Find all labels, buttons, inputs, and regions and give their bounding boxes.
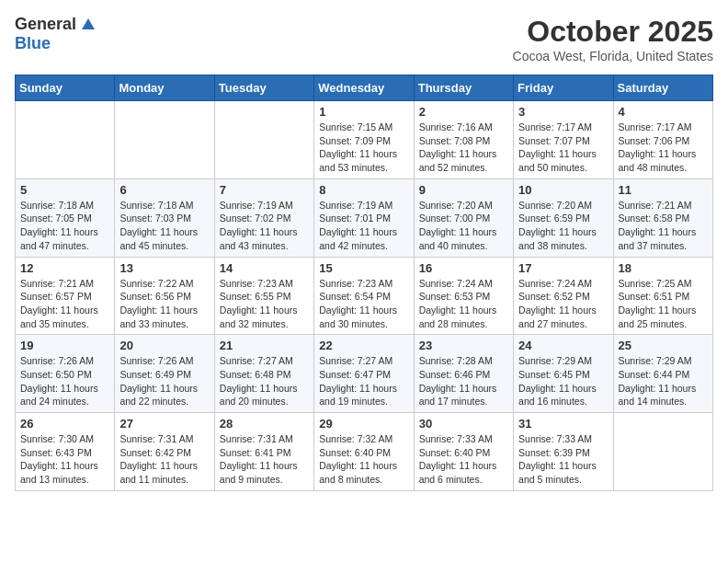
calendar-cell <box>613 413 712 491</box>
day-info: Sunrise: 7:23 AMSunset: 6:55 PMDaylight:… <box>220 277 309 331</box>
calendar-cell: 27Sunrise: 7:31 AMSunset: 6:42 PMDayligh… <box>115 413 214 491</box>
calendar-cell: 9Sunrise: 7:20 AMSunset: 7:00 PMDaylight… <box>414 178 513 257</box>
calendar-cell: 11Sunrise: 7:21 AMSunset: 6:58 PMDayligh… <box>613 178 712 257</box>
day-info: Sunrise: 7:31 AMSunset: 6:42 PMDaylight:… <box>119 432 209 487</box>
calendar-cell: 7Sunrise: 7:19 AMSunset: 7:02 PMDaylight… <box>214 178 313 257</box>
weekday-header-tuesday: Tuesday <box>214 75 313 101</box>
calendar-cell: 14Sunrise: 7:23 AMSunset: 6:55 PMDayligh… <box>214 257 313 335</box>
weekday-header-saturday: Saturday <box>613 75 712 101</box>
page-header: General Blue October 2025 Cocoa West, Fl… <box>15 15 713 63</box>
calendar-cell: 30Sunrise: 7:33 AMSunset: 6:40 PMDayligh… <box>414 413 513 491</box>
calendar-cell <box>115 101 214 179</box>
day-number: 12 <box>20 261 109 275</box>
day-info: Sunrise: 7:17 AMSunset: 7:06 PMDaylight:… <box>619 121 708 175</box>
calendar-cell <box>214 101 313 179</box>
logo: General Blue <box>15 15 97 53</box>
day-info: Sunrise: 7:23 AMSunset: 6:54 PMDaylight:… <box>319 277 408 331</box>
day-info: Sunrise: 7:29 AMSunset: 6:44 PMDaylight:… <box>619 354 708 408</box>
day-info: Sunrise: 7:33 AMSunset: 6:40 PMDaylight:… <box>419 432 508 487</box>
title-block: October 2025 Cocoa West, Florida, United… <box>513 15 713 63</box>
calendar-cell: 15Sunrise: 7:23 AMSunset: 6:54 PMDayligh… <box>314 257 414 335</box>
day-info: Sunrise: 7:20 AMSunset: 7:00 PMDaylight:… <box>419 199 508 253</box>
day-number: 15 <box>319 261 408 275</box>
calendar-cell: 1Sunrise: 7:15 AMSunset: 7:09 PMDaylight… <box>314 101 414 179</box>
month-title: October 2025 <box>513 15 713 49</box>
day-number: 18 <box>619 261 708 275</box>
day-number: 27 <box>119 417 209 431</box>
calendar-week-row: 1Sunrise: 7:15 AMSunset: 7:09 PMDaylight… <box>16 101 713 179</box>
day-number: 10 <box>518 183 608 197</box>
day-info: Sunrise: 7:21 AMSunset: 6:57 PMDaylight:… <box>20 277 109 331</box>
day-info: Sunrise: 7:21 AMSunset: 6:58 PMDaylight:… <box>619 199 708 253</box>
day-number: 28 <box>220 417 309 431</box>
calendar-cell: 12Sunrise: 7:21 AMSunset: 6:57 PMDayligh… <box>16 257 115 335</box>
logo-blue-text: Blue <box>15 34 51 52</box>
day-info: Sunrise: 7:30 AMSunset: 6:43 PMDaylight:… <box>20 432 109 487</box>
day-number: 26 <box>20 417 109 431</box>
day-info: Sunrise: 7:31 AMSunset: 6:41 PMDaylight:… <box>220 432 309 487</box>
day-number: 21 <box>220 339 309 352</box>
calendar-cell: 28Sunrise: 7:31 AMSunset: 6:41 PMDayligh… <box>214 413 313 491</box>
day-number: 2 <box>419 105 508 119</box>
day-number: 24 <box>518 339 608 352</box>
day-info: Sunrise: 7:26 AMSunset: 6:49 PMDaylight:… <box>119 354 209 408</box>
calendar-cell: 13Sunrise: 7:22 AMSunset: 6:56 PMDayligh… <box>115 257 214 335</box>
day-info: Sunrise: 7:24 AMSunset: 6:52 PMDaylight:… <box>518 277 608 331</box>
day-number: 23 <box>419 339 508 352</box>
calendar-cell: 23Sunrise: 7:28 AMSunset: 6:46 PMDayligh… <box>414 335 513 413</box>
location: Cocoa West, Florida, United States <box>513 49 713 63</box>
calendar-week-row: 5Sunrise: 7:18 AMSunset: 7:05 PMDaylight… <box>16 178 713 257</box>
day-number: 8 <box>319 183 408 197</box>
day-info: Sunrise: 7:18 AMSunset: 7:03 PMDaylight:… <box>119 199 209 253</box>
calendar-cell: 5Sunrise: 7:18 AMSunset: 7:05 PMDaylight… <box>16 178 115 257</box>
calendar-table: SundayMondayTuesdayWednesdayThursdayFrid… <box>15 75 713 491</box>
calendar-cell: 3Sunrise: 7:17 AMSunset: 7:07 PMDaylight… <box>514 101 613 179</box>
svg-marker-0 <box>82 18 95 29</box>
calendar-cell: 17Sunrise: 7:24 AMSunset: 6:52 PMDayligh… <box>514 257 613 335</box>
logo-icon <box>80 17 97 33</box>
calendar-cell: 10Sunrise: 7:20 AMSunset: 6:59 PMDayligh… <box>514 178 613 257</box>
day-info: Sunrise: 7:15 AMSunset: 7:09 PMDaylight:… <box>319 121 408 175</box>
day-number: 4 <box>619 105 708 119</box>
calendar-cell: 20Sunrise: 7:26 AMSunset: 6:49 PMDayligh… <box>115 335 214 413</box>
day-info: Sunrise: 7:33 AMSunset: 6:39 PMDaylight:… <box>518 432 608 487</box>
day-info: Sunrise: 7:29 AMSunset: 6:45 PMDaylight:… <box>518 354 608 408</box>
calendar-cell: 8Sunrise: 7:19 AMSunset: 7:01 PMDaylight… <box>314 178 414 257</box>
day-number: 25 <box>619 339 708 352</box>
calendar-cell: 31Sunrise: 7:33 AMSunset: 6:39 PMDayligh… <box>514 413 613 491</box>
day-number: 5 <box>20 183 109 197</box>
day-info: Sunrise: 7:24 AMSunset: 6:53 PMDaylight:… <box>419 277 508 331</box>
day-number: 29 <box>319 417 408 431</box>
day-number: 31 <box>518 417 608 431</box>
day-info: Sunrise: 7:19 AMSunset: 7:01 PMDaylight:… <box>319 199 408 253</box>
day-info: Sunrise: 7:28 AMSunset: 6:46 PMDaylight:… <box>419 354 508 408</box>
calendar-cell <box>16 101 115 179</box>
day-number: 20 <box>119 339 209 352</box>
day-info: Sunrise: 7:27 AMSunset: 6:48 PMDaylight:… <box>220 354 309 408</box>
calendar-cell: 19Sunrise: 7:26 AMSunset: 6:50 PMDayligh… <box>16 335 115 413</box>
day-number: 3 <box>518 105 608 119</box>
day-number: 6 <box>119 183 209 197</box>
day-info: Sunrise: 7:27 AMSunset: 6:47 PMDaylight:… <box>319 354 408 408</box>
calendar-cell: 25Sunrise: 7:29 AMSunset: 6:44 PMDayligh… <box>613 335 712 413</box>
calendar-cell: 22Sunrise: 7:27 AMSunset: 6:47 PMDayligh… <box>314 335 414 413</box>
calendar-week-row: 26Sunrise: 7:30 AMSunset: 6:43 PMDayligh… <box>16 413 713 491</box>
day-info: Sunrise: 7:19 AMSunset: 7:02 PMDaylight:… <box>220 199 309 253</box>
day-number: 30 <box>419 417 508 431</box>
calendar-cell: 21Sunrise: 7:27 AMSunset: 6:48 PMDayligh… <box>214 335 313 413</box>
calendar-week-row: 12Sunrise: 7:21 AMSunset: 6:57 PMDayligh… <box>16 257 713 335</box>
day-number: 9 <box>419 183 508 197</box>
weekday-header-friday: Friday <box>514 75 613 101</box>
day-info: Sunrise: 7:22 AMSunset: 6:56 PMDaylight:… <box>119 277 209 331</box>
day-number: 7 <box>220 183 309 197</box>
calendar-cell: 6Sunrise: 7:18 AMSunset: 7:03 PMDaylight… <box>115 178 214 257</box>
day-number: 22 <box>319 339 408 352</box>
day-info: Sunrise: 7:25 AMSunset: 6:51 PMDaylight:… <box>619 277 708 331</box>
calendar-cell: 24Sunrise: 7:29 AMSunset: 6:45 PMDayligh… <box>514 335 613 413</box>
calendar-cell: 2Sunrise: 7:16 AMSunset: 7:08 PMDaylight… <box>414 101 513 179</box>
day-info: Sunrise: 7:20 AMSunset: 6:59 PMDaylight:… <box>518 199 608 253</box>
day-info: Sunrise: 7:18 AMSunset: 7:05 PMDaylight:… <box>20 199 109 253</box>
day-info: Sunrise: 7:32 AMSunset: 6:40 PMDaylight:… <box>319 432 408 487</box>
day-info: Sunrise: 7:26 AMSunset: 6:50 PMDaylight:… <box>20 354 109 408</box>
weekday-header-thursday: Thursday <box>414 75 513 101</box>
